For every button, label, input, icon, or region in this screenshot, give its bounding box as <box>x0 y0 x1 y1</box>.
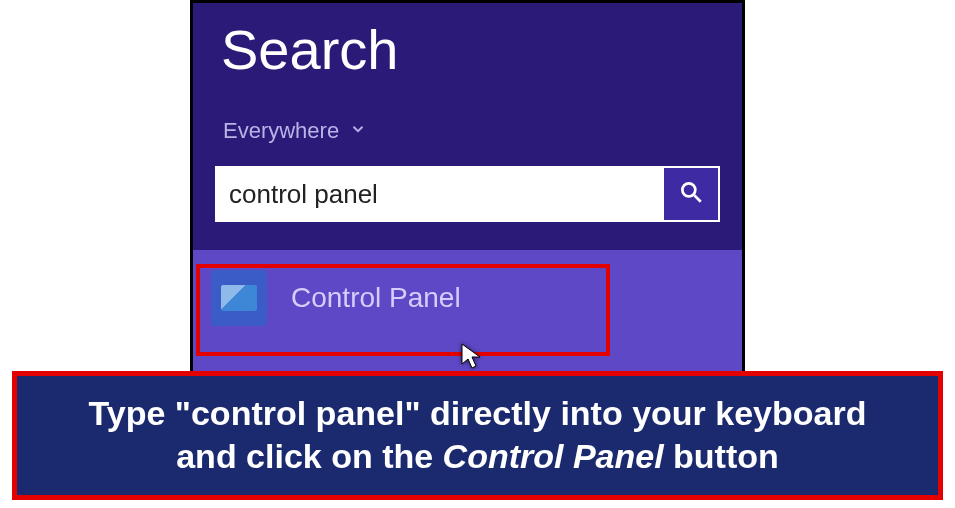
instruction-banner: Type "control panel" directly into your … <box>12 371 943 500</box>
search-panel: Search Everywhere Control Panel <box>190 0 745 390</box>
search-input[interactable] <box>215 166 664 222</box>
search-title: Search <box>193 3 742 92</box>
instruction-line-1: Type "control panel" directly into your … <box>37 392 918 435</box>
search-input-row <box>215 166 720 222</box>
instruction-suffix: button <box>664 437 779 475</box>
search-button[interactable] <box>664 166 720 222</box>
result-label: Control Panel <box>291 282 461 314</box>
result-control-panel[interactable]: Control Panel <box>193 250 742 346</box>
instruction-line-2: and click on the Control Panel button <box>37 435 918 478</box>
svg-line-1 <box>694 195 701 202</box>
search-icon <box>678 179 704 209</box>
search-results: Control Panel <box>193 250 742 380</box>
search-scope-dropdown[interactable]: Everywhere <box>193 92 742 144</box>
chevron-down-icon <box>349 118 367 144</box>
svg-point-0 <box>682 183 695 196</box>
search-scope-label: Everywhere <box>223 118 339 144</box>
instruction-emphasis: Control Panel <box>443 437 664 475</box>
control-panel-icon <box>211 270 267 326</box>
instruction-prefix: and click on the <box>176 437 442 475</box>
